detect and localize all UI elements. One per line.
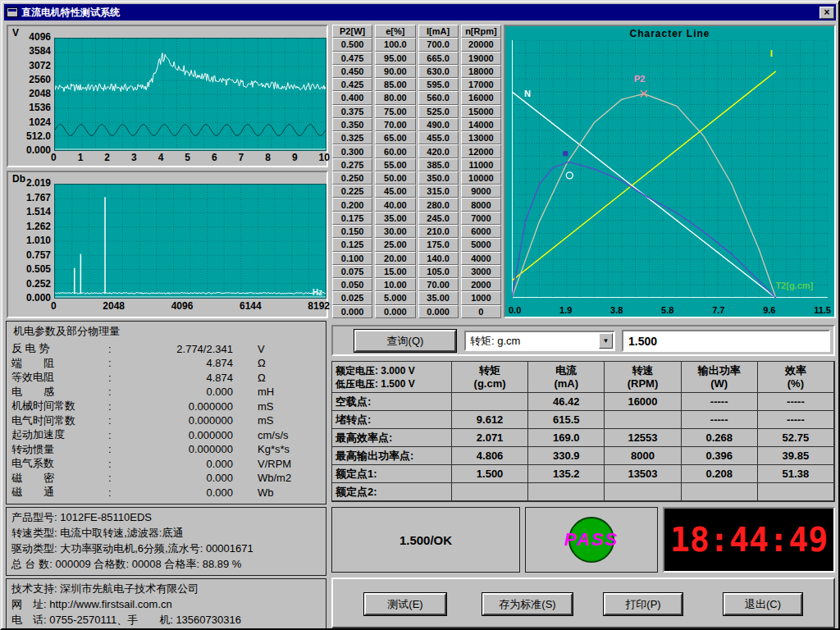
axis-tick: 70.00 <box>418 278 459 291</box>
dropdown-value: 转矩: g.cm <box>470 334 520 349</box>
axis-tick: 65.00 <box>375 131 415 144</box>
table-value-cell: 0.208 <box>682 465 758 483</box>
axis-tick: 175.0 <box>418 238 459 251</box>
param-colon: : <box>108 472 118 484</box>
print-button[interactable]: 打印(P) <box>604 593 682 615</box>
table-value-cell <box>682 483 758 501</box>
close-button[interactable]: × <box>819 7 834 19</box>
scope1-x-tick: 2 <box>104 152 110 163</box>
scope1-y-tick: 2048 <box>29 89 51 99</box>
param-value: 4.874 <box>118 357 233 369</box>
table-value-cell: 12553 <box>605 429 681 447</box>
table-value-cell: 2.071 <box>452 429 528 447</box>
scope1-y-tick: 0.000 <box>26 145 51 156</box>
axis-tick: 490.0 <box>418 118 459 131</box>
param-colon: : <box>108 357 118 369</box>
rated-voltage-label: 额定电压: 3.000 V <box>336 364 415 377</box>
axis-tick: 18000 <box>461 65 501 78</box>
table-value-cell: 615.5 <box>528 411 605 429</box>
axis-tick: 0.350 <box>332 118 372 131</box>
table-row-label: 最高输出功率点: <box>332 447 452 465</box>
scope2-x-tick: 4096 <box>171 300 194 312</box>
axis-tick: 0.175 <box>332 212 372 225</box>
spectrum-scope-panel: Db 2.0191.7671.5141.2621.0100.7570.5050.… <box>7 171 328 318</box>
scope1-y-tick: 4096 <box>29 32 51 43</box>
axis-tick: 245.0 <box>418 212 459 225</box>
scope2-x-tick: 2048 <box>103 300 125 312</box>
scope2-plot-area: Hz <box>54 184 326 299</box>
table-row-label: 最高效率点: <box>332 429 452 447</box>
param-value: 0.000 <box>118 486 233 499</box>
chevron-down-icon[interactable]: ▼ <box>599 333 613 349</box>
axis-tick: 0.000 <box>375 305 415 318</box>
header-line: 电流 <box>555 364 577 377</box>
scope1-x-tick: 10 <box>319 152 330 163</box>
param-unit: V/RPM <box>233 458 321 470</box>
param-row: 起动加速度:0.000000cm/s/s <box>11 427 321 442</box>
scope2-x-tick: 6144 <box>240 300 262 312</box>
scope2-y-tick: 2.019 <box>26 178 51 189</box>
scope1-y-tick: 3584 <box>29 46 51 57</box>
chart-x-tick: 5.8 <box>661 305 673 315</box>
save-standard-button[interactable]: 存为标准(S) <box>482 593 573 615</box>
window-title: 直流电机特性测试系统 <box>21 6 819 20</box>
title-bar[interactable]: 直流电机特性测试系统 × <box>4 4 836 21</box>
torque-unit-dropdown[interactable]: 转矩: g.cm ▼ <box>464 331 615 351</box>
param-name: 起动加速度 <box>11 427 108 442</box>
axis-column-i-axis: I[mA]700.0665.0630.0595.0560.0525.0490.0… <box>418 25 459 318</box>
param-name: 机械时间常数 <box>11 399 108 413</box>
param-row: 转动惯量:0.000000Kg*s*s <box>11 442 321 457</box>
chart-x-tick: 9.6 <box>763 305 775 315</box>
table-value-cell: 0.396 <box>682 447 758 465</box>
scope1-x-tick: 3 <box>131 152 137 163</box>
table-value-cell: ----- <box>758 411 834 429</box>
param-unit: Wb/m2 <box>233 472 321 484</box>
axis-tick: 19000 <box>461 52 501 65</box>
param-row: 磁 通:0.000Wb <box>11 485 321 500</box>
value-scales: P2[W]0.5000.4750.4500.4250.4000.3750.350… <box>332 25 501 318</box>
param-unit: Wb <box>233 486 321 499</box>
param-row: 电 感:0.000mH <box>11 385 321 399</box>
scope2-y-tick: 1.262 <box>26 221 51 232</box>
scope1-y-tick: 1024 <box>29 117 51 128</box>
header-line: 转矩 <box>479 364 500 377</box>
table-value-cell: 51.38 <box>758 465 834 483</box>
axis-tick: 0.300 <box>332 144 372 158</box>
query-button[interactable]: 查询(Q) <box>354 330 456 352</box>
scope1-x-tick: 1 <box>78 152 84 163</box>
svg-text:N: N <box>524 89 531 98</box>
svg-text:T2[g.cm]: T2[g.cm] <box>775 281 813 290</box>
param-colon: : <box>108 486 118 499</box>
axis-tick: 7000 <box>461 212 501 225</box>
table-value-cell: 39.85 <box>758 447 834 465</box>
test-button[interactable]: 测试(E) <box>364 593 446 615</box>
app-window: 直流电机特性测试系统 × V 4096358430722560204815361… <box>0 0 840 630</box>
axis-tick: 0.425 <box>332 78 372 91</box>
axis-tick: 6000 <box>461 225 501 238</box>
axis-tick: 20.00 <box>375 252 415 265</box>
scope1-y-tick: 3072 <box>29 61 51 71</box>
axis-label-i-axis: I[mA] <box>418 25 459 38</box>
scope2-y-axis: 2.0191.7671.5141.2621.0100.7570.5050.252… <box>10 178 51 304</box>
param-colon: : <box>108 400 118 413</box>
torque-value-input[interactable]: 1.500 <box>622 330 830 352</box>
param-unit: Ω <box>233 357 321 369</box>
exit-button[interactable]: 退出(C) <box>724 593 802 615</box>
axis-tick: 0.500 <box>332 38 372 51</box>
axis-label-e-axis: e[%] <box>375 25 415 38</box>
svg-text:I: I <box>770 48 773 58</box>
axis-tick: 50.00 <box>375 171 415 185</box>
table-row-label: 堵转点: <box>332 411 452 429</box>
scope1-y-tick: 1536 <box>29 103 51 113</box>
chart-x-axis: 0.01.93.85.87.79.611.5 <box>509 305 831 315</box>
axis-tick: 55.00 <box>375 158 415 171</box>
scope1-y-tick: 2560 <box>29 75 51 85</box>
axis-tick: 16000 <box>461 91 501 104</box>
character-chart-panel: Character Line NP2IT2[g.cm] 0.01.93.85.8… <box>504 25 836 318</box>
table-column-header: 转速(RPM) <box>605 362 681 393</box>
table-value-cell: 0.268 <box>682 429 758 447</box>
header-line: (mA) <box>554 377 578 390</box>
axis-tick: 0.050 <box>332 278 372 291</box>
axis-tick: 140.0 <box>418 252 459 265</box>
table-value-cell: ----- <box>758 393 834 411</box>
